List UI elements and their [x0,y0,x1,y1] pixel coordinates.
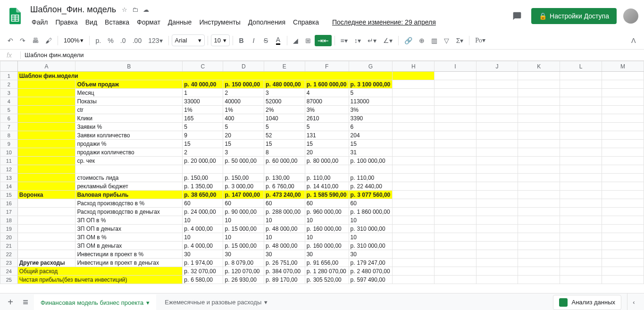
cell[interactable]: Клики [75,114,183,123]
percent-icon[interactable]: % [105,35,116,46]
cell[interactable] [602,276,644,284]
column-header[interactable]: B [75,61,183,72]
scroll-tabs-left-icon[interactable]: ‹ [627,293,640,310]
cell[interactable] [602,182,644,191]
cell[interactable] [393,191,435,199]
fill-color-icon[interactable]: ◢ [290,35,301,46]
cell[interactable] [435,267,477,276]
cell[interactable] [560,276,602,284]
italic-icon[interactable]: I [248,35,259,46]
cell[interactable] [393,174,435,182]
cell[interactable]: 30 [183,250,223,259]
cell[interactable] [393,199,435,208]
cell[interactable] [435,174,477,182]
cell[interactable] [560,106,602,114]
cell[interactable] [435,208,477,216]
cell[interactable] [435,233,477,242]
cell[interactable] [560,165,602,174]
cell[interactable]: р.24 000,00 [183,208,223,216]
row-header[interactable]: 11 [0,157,18,165]
cell[interactable]: 8 [264,148,305,157]
cell[interactable]: 10 [264,216,305,225]
cell[interactable] [518,233,560,242]
cell[interactable] [476,140,518,148]
cell[interactable]: Чистая прибыль(без вычета инвестиций) [17,276,183,284]
cell[interactable]: 15 [264,140,305,148]
cell[interactable] [393,131,435,140]
cell[interactable] [476,259,518,267]
cell[interactable] [476,225,518,233]
cell[interactable] [435,72,477,80]
column-header[interactable]: C [183,61,223,72]
row-header[interactable]: 3 [0,89,18,97]
cell[interactable] [435,114,477,123]
cell[interactable]: Заявки % [75,123,183,131]
cell[interactable] [560,216,602,225]
chart-icon[interactable]: ▥ [428,35,440,46]
tab-active[interactable]: Финансовая модель бизнес проекта ▾ [34,294,156,310]
cell[interactable]: 60 [349,199,393,208]
cell[interactable]: 2 [223,89,264,97]
cell[interactable] [602,165,644,174]
cell[interactable] [602,148,644,157]
cell[interactable] [560,97,602,106]
cell[interactable] [560,267,602,276]
cell[interactable] [17,123,75,131]
cell[interactable] [17,148,75,157]
row-header[interactable]: 10 [0,148,18,157]
cell[interactable] [518,267,560,276]
cell[interactable] [17,106,75,114]
cell[interactable] [602,140,644,148]
cell[interactable] [476,199,518,208]
cell[interactable] [518,131,560,140]
cell[interactable] [75,165,183,174]
cell[interactable] [518,250,560,259]
cell[interactable]: ctr [75,106,183,114]
cell[interactable]: Воронка [17,191,75,199]
menu-data[interactable]: Данные [165,17,195,28]
cell[interactable] [602,174,644,182]
cell[interactable] [435,250,477,259]
increase-decimal-icon[interactable]: .00 [130,35,144,46]
cell[interactable] [393,89,435,97]
cell[interactable] [17,140,75,148]
cell[interactable]: 2610 [305,114,349,123]
cell[interactable] [518,72,560,80]
cell[interactable] [560,199,602,208]
cell[interactable]: 1040 [264,114,305,123]
redo-icon[interactable]: ↷ [17,35,28,46]
cell[interactable]: ЗП ОП в деньгах [75,225,183,233]
cell[interactable]: р.4 000,00 [183,242,223,250]
cell[interactable]: 15 [183,140,223,148]
cell[interactable]: Другие расходы [17,259,75,267]
cell[interactable]: р.179 247,00 [349,259,393,267]
cell[interactable]: 60 [223,199,264,208]
font-select[interactable]: Arial▾ [172,34,205,46]
cell[interactable] [393,72,435,80]
row-header[interactable]: 22 [0,250,18,259]
cell[interactable]: р.32 070,00 [183,267,223,276]
cell[interactable]: р.2 480 070,00 [349,267,393,276]
cell[interactable] [476,191,518,199]
currency-ruble-icon[interactable]: р. [92,35,104,46]
cell[interactable]: 30 [305,250,349,259]
cell[interactable] [393,165,435,174]
tab-other[interactable]: Ежемесячные и разовые расходы ▾ [158,295,274,310]
cell[interactable]: 87000 [305,97,349,106]
undo-icon[interactable]: ↶ [5,35,16,46]
cell[interactable]: р.1 280 070,00 [305,267,349,276]
row-header[interactable]: 5 [0,106,18,114]
cell[interactable]: р.305 520,00 [305,276,349,284]
row-header[interactable]: 19 [0,225,18,233]
cell[interactable] [17,182,75,191]
cell[interactable]: р.147 000,00 [223,191,264,199]
cell[interactable]: 15 [223,140,264,148]
row-header[interactable]: 20 [0,233,18,242]
cell[interactable] [560,182,602,191]
cell[interactable] [560,174,602,182]
cell[interactable]: р.150,00 [183,174,223,182]
share-button[interactable]: 🔒 Настройки Доступа [531,8,617,24]
cell[interactable]: р.100 000,00 [349,157,393,165]
cell[interactable] [560,140,602,148]
cell[interactable]: р.8 079,00 [223,259,264,267]
